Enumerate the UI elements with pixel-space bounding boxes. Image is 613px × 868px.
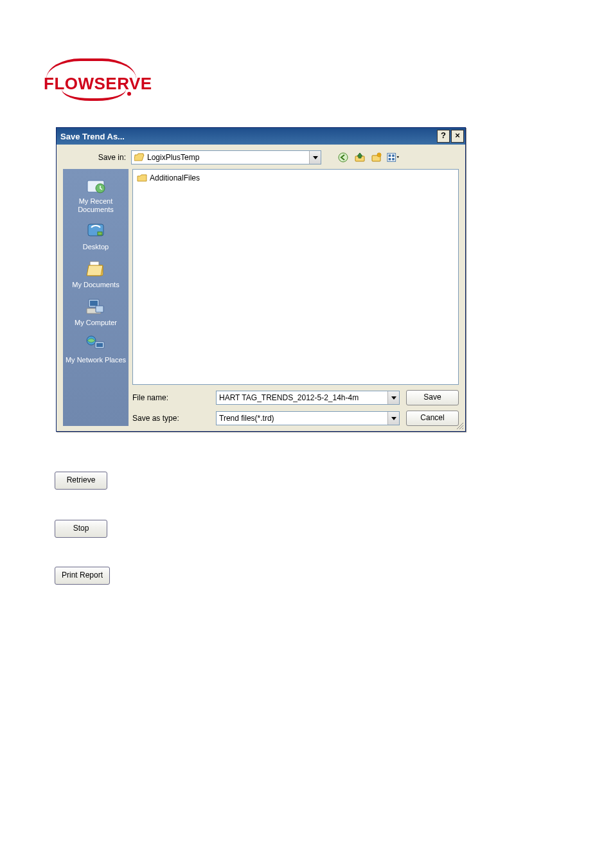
svg-rect-5 <box>389 154 391 157</box>
file-name-row: File name: HART TAG_TRENDS_2012-5-2_14h-… <box>132 390 459 405</box>
logo-smile <box>62 89 126 101</box>
folder-open-icon <box>134 153 145 162</box>
place-label: My Documents <box>63 281 129 289</box>
up-one-level-icon[interactable] <box>353 151 366 164</box>
save-as-type-value: Trend files(*.trd) <box>219 414 274 423</box>
folder-item-label: AdditionalFiles <box>150 173 200 182</box>
svg-rect-7 <box>389 158 391 161</box>
svg-rect-8 <box>392 158 395 161</box>
svg-rect-21 <box>96 343 103 347</box>
save-in-label: Save in: <box>63 153 127 162</box>
dialog-body: Save in: LogixPlusTemp <box>57 145 465 431</box>
logo-arc <box>46 58 136 79</box>
svg-rect-12 <box>98 232 102 235</box>
bottom-rows: File name: HART TAG_TRENDS_2012-5-2_14h-… <box>132 385 459 426</box>
svg-rect-18 <box>96 306 103 312</box>
new-folder-icon[interactable] <box>370 151 383 164</box>
svg-line-24 <box>462 428 463 429</box>
cancel-button[interactable]: Cancel <box>406 411 459 426</box>
print-report-button[interactable]: Print Report <box>55 567 110 585</box>
file-name-label: File name: <box>132 393 209 402</box>
file-area: AdditionalFiles File name: HART TAG_TREN… <box>132 169 459 426</box>
save-trend-dialog: Save Trend As... ? × Save in: LogixPlusT… <box>56 127 466 432</box>
dialog-title: Save Trend As... <box>60 132 436 141</box>
my-computer-icon <box>85 297 107 316</box>
place-label: My Computer <box>63 319 129 327</box>
brand-logo: FLOWSERVE <box>44 55 152 101</box>
views-menu-icon[interactable] <box>387 151 400 164</box>
svg-rect-6 <box>392 154 395 157</box>
my-documents-icon <box>85 259 107 278</box>
network-places-icon <box>85 334 107 353</box>
file-list[interactable]: AdditionalFiles <box>132 169 459 385</box>
recent-documents-icon <box>85 175 107 195</box>
place-label: Desktop <box>63 243 129 251</box>
file-name-value: HART TAG_TRENDS_2012-5-2_14h-4m <box>219 393 359 402</box>
back-icon[interactable] <box>337 151 350 164</box>
save-as-type-row: Save as type: Trend files(*.trd) Cancel <box>132 411 459 426</box>
place-my-recent-documents[interactable]: My Recent Documents <box>63 173 129 218</box>
save-as-type-label: Save as type: <box>132 414 209 423</box>
place-desktop[interactable]: Desktop <box>63 218 129 256</box>
stop-button[interactable]: Stop <box>55 520 107 538</box>
save-in-dropdown[interactable]: LogixPlusTemp <box>131 150 321 164</box>
place-my-documents[interactable]: My Documents <box>63 256 129 294</box>
desktop-icon <box>85 221 107 240</box>
chevron-down-icon[interactable] <box>387 412 399 425</box>
file-name-input[interactable]: HART TAG_TRENDS_2012-5-2_14h-4m <box>216 391 400 405</box>
retrieve-button[interactable]: Retrieve <box>55 472 107 490</box>
place-label: My Network Places <box>63 356 129 364</box>
help-button[interactable]: ? <box>437 130 450 143</box>
places-bar: My Recent Documents Desktop <box>63 169 129 426</box>
chevron-down-icon[interactable] <box>387 391 399 404</box>
dialog-titlebar: Save Trend As... ? × <box>57 128 465 145</box>
place-label: My Recent Documents <box>63 197 129 213</box>
dialog-middle: My Recent Documents Desktop <box>63 169 459 426</box>
folder-icon <box>137 173 147 182</box>
save-button[interactable]: Save <box>406 390 459 405</box>
svg-point-0 <box>339 153 348 162</box>
place-my-computer[interactable]: My Computer <box>63 294 129 332</box>
place-my-network-places[interactable]: My Network Places <box>63 332 129 369</box>
save-in-row: Save in: LogixPlusTemp <box>63 150 459 165</box>
toolbar-icons <box>337 151 400 164</box>
resize-grip-icon[interactable] <box>455 421 464 430</box>
svg-rect-16 <box>90 301 98 306</box>
save-in-value: LogixPlusTemp <box>147 153 199 162</box>
folder-item[interactable]: AdditionalFiles <box>137 172 454 184</box>
close-button[interactable]: × <box>451 130 464 143</box>
save-as-type-dropdown[interactable]: Trend files(*.trd) <box>216 411 400 425</box>
chevron-down-icon[interactable] <box>309 151 321 164</box>
